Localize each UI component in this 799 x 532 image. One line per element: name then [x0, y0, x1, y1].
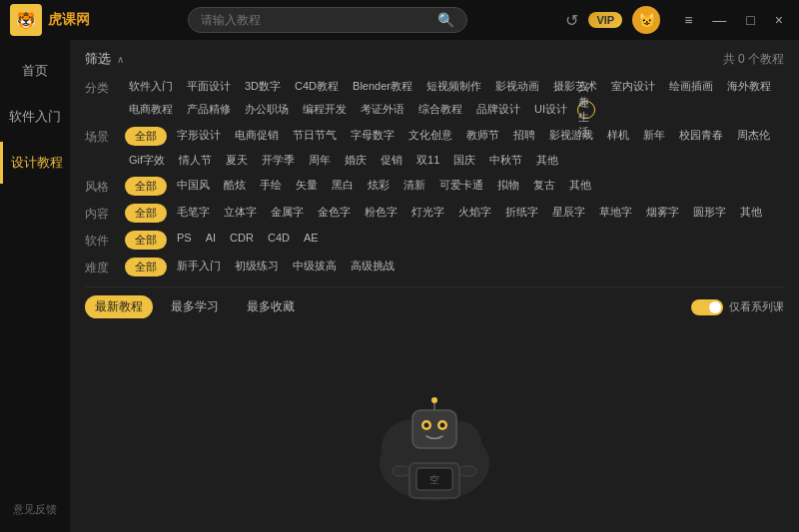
search-icon[interactable]: 🔍 [437, 12, 454, 28]
filter-tag-0-18[interactable]: UI设计 [530, 101, 571, 119]
filter-tag-0-1[interactable]: 平面设计 [183, 78, 235, 95]
filter-tag-2-6[interactable]: 炫彩 [364, 177, 394, 196]
avatar[interactable]: 😺 [632, 6, 660, 34]
filter-tag-3-5[interactable]: 粉色字 [361, 204, 401, 223]
filter-tag-0-6[interactable]: 影视动画 [491, 78, 543, 95]
sidebar-feedback[interactable]: 意见反馈 [8, 487, 62, 532]
filter-tag-1-18[interactable]: 婚庆 [341, 152, 371, 169]
filter-tag-1-17[interactable]: 周年 [305, 152, 335, 169]
maximize-btn[interactable]: □ [740, 10, 760, 30]
filter-tag-2-2[interactable]: 酷炫 [220, 177, 250, 196]
filter-tag-2-3[interactable]: 手绘 [256, 177, 286, 196]
filter-tag-5-1[interactable]: 新手入门 [173, 258, 225, 276]
filter-tag-3-2[interactable]: 立体字 [220, 204, 261, 223]
filter-tag-0-0[interactable]: 软件入门 [125, 78, 177, 95]
filter-tag-0-13[interactable]: 办公职场 [241, 101, 293, 119]
filter-tag-1-21[interactable]: 国庆 [449, 152, 479, 169]
filter-tag-2-0[interactable]: 全部 [125, 177, 167, 196]
filter-tag-1-14[interactable]: 情人节 [175, 152, 216, 169]
filter-tag-0-17[interactable]: 品牌设计 [472, 101, 524, 119]
filter-tag-1-4[interactable]: 字母数字 [347, 127, 399, 146]
filter-tag-3-3[interactable]: 金属字 [267, 204, 308, 223]
filter-tag-1-7[interactable]: 招聘 [509, 127, 539, 146]
filter-tag-3-6[interactable]: 灯光字 [407, 204, 448, 223]
filter-tag-3-9[interactable]: 星辰字 [548, 204, 589, 223]
filter-tag-0-16[interactable]: 综合教程 [414, 101, 466, 119]
filter-tag-1-9[interactable]: 样机 [603, 127, 633, 146]
filter-tag-1-16[interactable]: 开学季 [258, 152, 299, 169]
filter-tag-2-7[interactable]: 清新 [400, 177, 429, 196]
filter-tag-1-8[interactable]: 影视游戏 [545, 127, 597, 146]
filter-tag-4-2[interactable]: AI [202, 231, 220, 250]
filter-tag-0-2[interactable]: 3D数字 [241, 78, 285, 95]
filter-tag-0-15[interactable]: 考证外语 [357, 101, 408, 119]
sort-option-1[interactable]: 最多学习 [161, 295, 229, 318]
filter-tag-1-5[interactable]: 文化创意 [404, 127, 456, 146]
filter-tag-1-22[interactable]: 中秋节 [485, 152, 526, 169]
filter-tag-5-0[interactable]: 全部 [125, 258, 167, 276]
filter-tag-1-23[interactable]: 其他 [532, 152, 562, 169]
filter-tag-2-10[interactable]: 复古 [529, 177, 559, 196]
filter-tag-1-2[interactable]: 电商促销 [231, 127, 283, 146]
filter-tag-0-8[interactable]: 室内设计 [607, 78, 659, 95]
filter-tag-4-3[interactable]: CDR [226, 231, 258, 250]
toggle-row: 仅看系列课 [691, 299, 784, 315]
menu-btn[interactable]: ≡ [678, 10, 698, 30]
filter-tag-2-8[interactable]: 可爱卡通 [435, 177, 487, 196]
filter-tag-3-0[interactable]: 全部 [125, 204, 167, 223]
filter-tag-2-1[interactable]: 中国风 [173, 177, 214, 196]
filter-tag-5-4[interactable]: 高级挑战 [347, 258, 399, 276]
filter-tag-0-5[interactable]: 短视频制作 [422, 78, 485, 95]
filter-tag-4-5[interactable]: AE [300, 231, 323, 250]
search-bar[interactable]: 🔍 [188, 7, 467, 33]
filter-tag-1-15[interactable]: 夏天 [222, 152, 252, 169]
filter-tag-1-0[interactable]: 全部 [125, 127, 167, 146]
sort-option-0[interactable]: 最新教程 [85, 295, 153, 318]
filter-arrow-icon[interactable]: ∧ [117, 54, 124, 65]
sidebar-item-software[interactable]: 软件入门 [0, 96, 70, 138]
filter-tag-1-20[interactable]: 双11 [412, 152, 443, 169]
filter-tag-5-3[interactable]: 中级拔高 [289, 258, 341, 276]
filter-tag-3-4[interactable]: 金色字 [314, 204, 355, 223]
filter-tag-3-12[interactable]: 圆形字 [689, 204, 730, 223]
filter-tag-0-12[interactable]: 产品精修 [183, 101, 235, 119]
history-icon[interactable]: ↺ [565, 11, 578, 30]
filter-tag-2-5[interactable]: 黑白 [328, 177, 358, 196]
filter-tag-4-4[interactable]: C4D [264, 231, 294, 250]
sidebar-item-home[interactable]: 首页 [0, 50, 70, 92]
filter-tag-1-13[interactable]: Gif字效 [125, 152, 169, 169]
filter-tag-3-8[interactable]: 折纸字 [501, 204, 542, 223]
filter-tag-0-14[interactable]: 编程开发 [299, 101, 351, 119]
filter-tag-3-11[interactable]: 烟雾字 [642, 204, 683, 223]
filter-tag-0-11[interactable]: 电商教程 [125, 101, 177, 119]
vip-badge[interactable]: VIP [588, 12, 622, 28]
filter-tag-3-1[interactable]: 毛笔字 [173, 204, 214, 223]
search-input[interactable] [201, 13, 429, 27]
filter-tag-3-13[interactable]: 其他 [736, 204, 766, 223]
filter-tag-0-3[interactable]: C4D教程 [291, 78, 343, 95]
sort-option-2[interactable]: 最多收藏 [237, 295, 305, 318]
filter-tag-1-12[interactable]: 周杰伦 [733, 127, 774, 146]
filter-tag-2-9[interactable]: 拟物 [493, 177, 523, 196]
filter-tag-0-10[interactable]: 海外教程 [723, 78, 775, 95]
filter-tag-0-4[interactable]: Blender教程 [349, 78, 416, 95]
filter-tag-1-3[interactable]: 节日节气 [289, 127, 341, 146]
filter-tag-0-19[interactable]: 兴趣生活 [577, 101, 595, 119]
sidebar-item-design[interactable]: 设计教程 [0, 142, 70, 184]
filter-tag-1-6[interactable]: 教师节 [462, 127, 503, 146]
filter-tag-4-0[interactable]: 全部 [125, 231, 167, 250]
filter-tag-2-4[interactable]: 矢量 [292, 177, 322, 196]
filter-tag-5-2[interactable]: 初级练习 [231, 258, 283, 276]
filter-tag-1-19[interactable]: 促销 [377, 152, 406, 169]
filter-tag-1-11[interactable]: 校园青春 [675, 127, 727, 146]
filter-tag-3-10[interactable]: 草地字 [595, 204, 636, 223]
filter-tag-0-9[interactable]: 绘画插画 [665, 78, 717, 95]
filter-tag-3-7[interactable]: 火焰字 [454, 204, 495, 223]
filter-tag-1-10[interactable]: 新年 [639, 127, 669, 146]
filter-tag-1-1[interactable]: 字形设计 [173, 127, 225, 146]
filter-tag-4-1[interactable]: PS [173, 231, 196, 250]
filter-tag-2-11[interactable]: 其他 [565, 177, 595, 196]
close-btn[interactable]: × [769, 10, 789, 30]
minimize-btn[interactable]: — [706, 10, 732, 30]
series-toggle[interactable] [691, 299, 723, 315]
